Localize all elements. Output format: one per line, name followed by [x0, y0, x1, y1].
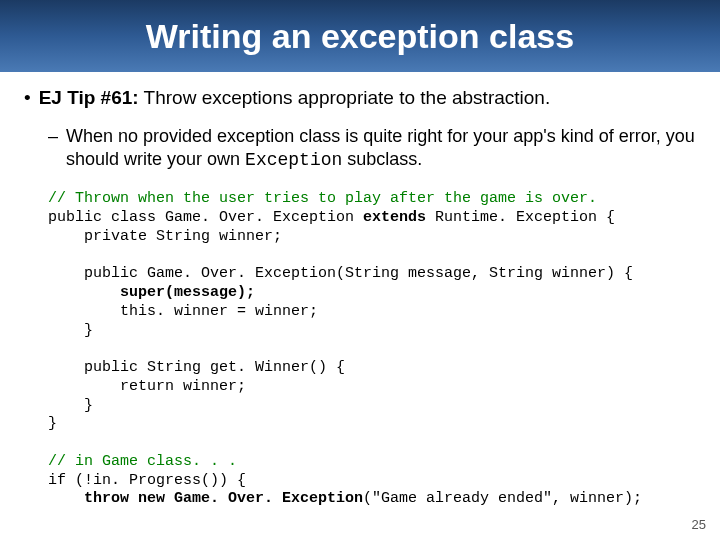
code-line: private String winner; — [48, 228, 282, 245]
page-number: 25 — [692, 517, 706, 532]
code-line: this. winner = winner; — [48, 303, 318, 320]
code-line: Runtime. Exception { — [426, 209, 615, 226]
content-area: • EJ Tip #61: Throw exceptions appropria… — [0, 72, 720, 509]
bullet-1-text: EJ Tip #61: Throw exceptions appropriate… — [39, 86, 551, 111]
code-throw: throw new Game. Over. Exception — [48, 490, 363, 507]
page-title: Writing an exception class — [146, 17, 574, 56]
bullet-dash: – — [48, 125, 58, 173]
bullet-level-2: – When no provided exception class is qu… — [48, 125, 696, 173]
code-line: } — [48, 415, 57, 432]
code-line: public String get. Winner() { — [48, 359, 345, 376]
tip-text: Throw exceptions appropriate to the abst… — [139, 87, 551, 108]
bullet-level-1: • EJ Tip #61: Throw exceptions appropria… — [24, 86, 696, 111]
code-super: super(message); — [48, 284, 255, 301]
code-line: ("Game already ended", winner); — [363, 490, 642, 507]
code-keyword-extends: extends — [363, 209, 426, 226]
bullet-2-text: When no provided exception class is quit… — [66, 125, 696, 173]
code-line: public class Game. Over. Exception — [48, 209, 363, 226]
tip-label: EJ Tip #61: — [39, 87, 139, 108]
code-comment-1: // Thrown when the user tries to play af… — [48, 190, 597, 207]
title-bar: Writing an exception class — [0, 0, 720, 72]
code-line: } — [48, 322, 93, 339]
bullet-2-after: subclass. — [342, 149, 422, 169]
code-line: if (!in. Progress()) { — [48, 472, 246, 489]
code-comment-2: // in Game class. . . — [48, 453, 237, 470]
code-block: // Thrown when the user tries to play af… — [48, 190, 696, 509]
code-line: public Game. Over. Exception(String mess… — [48, 265, 633, 282]
code-line: return winner; — [48, 378, 246, 395]
slide: Writing an exception class • EJ Tip #61:… — [0, 0, 720, 540]
bullet-dot: • — [24, 86, 31, 111]
code-line: } — [48, 397, 93, 414]
exception-mono: Exception — [245, 150, 342, 170]
